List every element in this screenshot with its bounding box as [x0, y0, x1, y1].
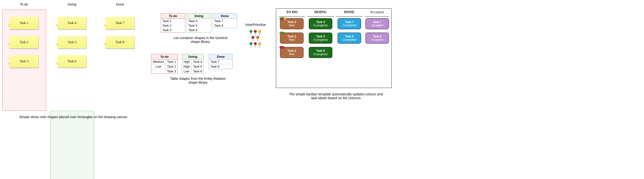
card-title: Task 6 [316, 49, 325, 52]
pin-icon[interactable] [254, 30, 257, 33]
list-header: To do [161, 13, 185, 19]
list-item: Task 2 [161, 23, 185, 28]
list-shape-todo[interactable]: To do Task 1 Task 2 Task 3 [161, 13, 185, 33]
sticky-note[interactable]: Task 5 [58, 36, 86, 49]
task-card[interactable]: Task 6In progress [309, 47, 332, 58]
list-item: Task 3 [161, 28, 185, 32]
card-title: Task 8 [373, 35, 382, 38]
pin-icon[interactable] [256, 36, 259, 39]
card-status: New [289, 52, 295, 56]
sticky-note[interactable]: Task 2 [10, 36, 38, 49]
table-header: Doing [182, 54, 204, 59]
table-shape-doing[interactable]: Doing HighTask 4 HighTask 5 LowTask 6 [182, 54, 204, 74]
sticky-note[interactable]: Task 3 [10, 55, 38, 68]
table-cell: Task 7 [209, 59, 233, 64]
list-item: Task 1 [161, 19, 185, 23]
table-cell: Task 5 [192, 64, 204, 69]
card-title: Task 7 [373, 20, 382, 24]
pin-icon[interactable] [282, 32, 284, 34]
pin-icon[interactable] [258, 42, 261, 45]
list-shape-done[interactable]: Done Task 7 Task 8 [212, 13, 237, 28]
card-title: Task 5 [316, 35, 325, 38]
column-header-done: Done [98, 2, 142, 6]
pin-icon[interactable] [250, 42, 252, 45]
pin-icon[interactable] [252, 36, 254, 39]
list-item: Task 5 [187, 23, 211, 28]
table-cell: Medium [152, 59, 166, 64]
table-cell: Task 2 [166, 64, 178, 69]
card-title: Task 1 [288, 35, 296, 38]
card-status: New [289, 38, 295, 41]
sticky-note[interactable]: Task 8 [106, 36, 134, 49]
table-cell [152, 69, 166, 74]
column-header-todo: To do [2, 2, 46, 6]
card-status: Completed [342, 24, 356, 27]
card-status: Accepted [371, 24, 383, 27]
list-item: Task 6 [187, 28, 211, 32]
card-title: Task 8 [345, 35, 354, 38]
card-title: Task 4 [316, 20, 325, 24]
card-title: Task 2 [288, 49, 296, 52]
sticky-note[interactable]: Task 6 [58, 55, 86, 68]
table-header: To do [152, 54, 178, 59]
vote-label: Vote/Prioritise [241, 23, 270, 27]
table-header: Done [209, 54, 233, 59]
list-item: Task 8 [213, 23, 237, 28]
card-status: Accepted [371, 38, 383, 41]
pin-icon[interactable] [283, 17, 286, 20]
table-cell: Low [152, 64, 166, 69]
list-header: Doing [187, 13, 211, 19]
card-title: Task 3 [288, 20, 296, 24]
task-card[interactable]: Task 8Accepted [366, 33, 389, 44]
table-shapes-caption: Table shapes from the Entity Relation sh… [168, 77, 228, 84]
sticky-board-caption: Simple sticky note shapes placed over re… [19, 115, 128, 119]
task-card[interactable]: Task 5In progress [309, 33, 332, 44]
pin-icon[interactable] [254, 42, 257, 45]
sticky-kanban-board: To do Doing Done Task 1 Task 2 Task 3 Ta… [2, 0, 146, 179]
table-cell: Low [182, 69, 192, 74]
template-kanban-board: TO DO DOING DONE Accepted Task 3New Task… [276, 8, 392, 88]
table-cell: Task 3 [166, 69, 178, 74]
card-status: In progress [313, 38, 328, 41]
pin-icon[interactable] [282, 46, 284, 49]
pin-icon[interactable] [258, 30, 261, 33]
table-cell: Task 6 [192, 69, 204, 74]
table-shape-todo[interactable]: To do MediumTask 1 LowTask 2 Task 3 [151, 54, 178, 74]
tpl-header-todo: TO DO [278, 10, 305, 16]
pin-icon[interactable] [250, 30, 252, 33]
sticky-note[interactable]: Task 4 [58, 17, 86, 29]
list-item: Task 7 [213, 19, 237, 23]
task-card[interactable]: Task 4In progress [309, 18, 332, 29]
card-status: Completed [342, 38, 356, 41]
tpl-header-done: DONE [336, 10, 362, 16]
list-shape-doing[interactable]: Doing Task 4 Task 5 Task 6 [187, 13, 211, 33]
column-header-doing: Doing [50, 2, 94, 6]
tpl-header-accepted: Accepted [365, 10, 389, 16]
table-cell: High [182, 59, 192, 64]
sticky-note[interactable]: Task 7 [106, 17, 134, 29]
task-card[interactable]: Task 7Accepted [366, 18, 389, 29]
card-status: New [289, 24, 295, 27]
sticky-note[interactable]: Task 1 [10, 17, 38, 29]
task-card[interactable]: Task 7Completed [338, 18, 361, 29]
card-status: In progress [313, 52, 328, 56]
table-cell: Task 4 [192, 59, 204, 64]
table-cell: Task 1 [166, 59, 178, 64]
list-header: Done [213, 13, 237, 19]
list-item: Task 4 [187, 19, 211, 23]
tpl-header-doing: DOING [307, 10, 334, 16]
card-status: In progress [313, 24, 328, 27]
lane-doing[interactable] [50, 111, 94, 179]
task-card[interactable]: Task 8Completed [338, 33, 361, 44]
list-shapes-caption: List container shapes in the General sha… [170, 36, 230, 44]
table-cell: Task 8 [209, 64, 233, 69]
template-board-caption: The simple kanban template automatically… [288, 92, 384, 100]
card-title: Task 7 [345, 20, 354, 24]
table-shape-done[interactable]: Done Task 7 Task 8 [209, 54, 233, 69]
table-cell: High [182, 64, 192, 69]
